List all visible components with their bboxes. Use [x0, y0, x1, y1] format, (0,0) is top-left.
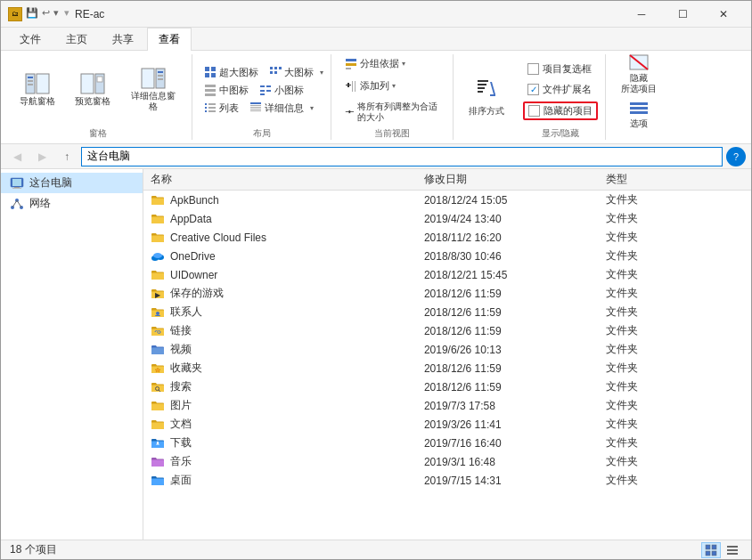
file-name: 收藏夹 — [170, 361, 202, 376]
hide-selected-button[interactable]: 隐藏所选项目 — [613, 54, 665, 93]
options-button[interactable]: 选项 — [620, 97, 658, 133]
window-icon: 🗂 — [8, 7, 22, 21]
table-row[interactable]: ApkBunch 2018/12/24 15:05 文件夹 — [143, 191, 751, 210]
extra-large-icons-button[interactable]: 超大图标 — [200, 64, 263, 81]
table-row[interactable]: 视频 2019/6/26 10:13 文件夹 — [143, 340, 751, 359]
file-date: 2019/4/24 13:40 — [417, 209, 600, 228]
svg-rect-62 — [630, 111, 648, 114]
svg-rect-46 — [352, 81, 353, 92]
svg-rect-14 — [211, 67, 216, 71]
grid-view-button[interactable] — [701, 542, 721, 558]
address-input[interactable] — [81, 147, 723, 166]
details-pane-label: 详细信息窗格 — [130, 91, 176, 112]
svg-line-70 — [12, 200, 17, 207]
list-view-status-button[interactable] — [723, 542, 742, 558]
add-column-button[interactable]: 添加列 ▾ — [339, 77, 402, 95]
layout-dropdown-arrow-1[interactable]: ▾ — [320, 69, 323, 77]
sort-label: 排序方式 — [469, 105, 504, 118]
help-button[interactable]: ? — [726, 147, 746, 166]
table-row[interactable]: 文档 2019/3/26 11:41 文件夹 — [143, 415, 751, 434]
forward-button[interactable]: ▶ — [31, 147, 53, 166]
file-name-cell: AppData — [143, 209, 417, 228]
tab-share[interactable]: 共享 — [101, 28, 145, 51]
file-date: 2018/12/6 11:59 — [417, 321, 600, 340]
file-icon — [151, 361, 165, 376]
table-row[interactable]: 收藏夹 2018/12/6 11:59 文件夹 — [143, 359, 751, 377]
svg-rect-34 — [205, 110, 207, 112]
hidden-items-toggle[interactable]: 隐藏的项目 — [523, 101, 598, 120]
item-checkbox-toggle[interactable]: 项目复选框 — [523, 61, 596, 77]
sort-button[interactable]: 排序方式 — [461, 72, 512, 122]
tab-home[interactable]: 主页 — [54, 28, 99, 51]
minimize-button[interactable]: ─ — [621, 1, 662, 28]
table-row[interactable]: 音乐 2019/3/1 16:48 文件夹 — [143, 452, 751, 471]
medium-icons-button[interactable]: 中图标 — [200, 82, 253, 99]
svg-rect-26 — [266, 85, 271, 87]
file-date: 2018/12/24 15:05 — [417, 191, 600, 210]
ribbon-group-sort: 排序方式 — [457, 54, 516, 140]
nav-pane-icon — [25, 73, 50, 94]
table-row[interactable]: UIDowner 2018/12/21 15:45 文件夹 — [143, 265, 751, 284]
fit-columns-button[interactable]: 将所有列调整为合适的大小 — [339, 99, 445, 126]
sidebar-item-network[interactable]: 网络 — [1, 193, 143, 214]
quick-access-more: ▾ — [53, 7, 59, 21]
file-name-cell: 桌面 — [143, 471, 417, 490]
ribbon-group-hide-options: 隐藏所选项目 选项 — [609, 54, 672, 140]
table-row[interactable]: 联系人 2018/12/6 11:59 文件夹 — [143, 303, 751, 321]
tab-view[interactable]: 查看 — [147, 28, 192, 51]
nav-pane-button[interactable]: 导航窗格 — [12, 67, 63, 113]
layout-group-label: 布局 — [200, 127, 323, 140]
fit-columns-label: 将所有列调整为合适的大小 — [357, 101, 439, 123]
svg-rect-15 — [205, 73, 209, 77]
details-pane-button[interactable]: 详细信息窗格 — [122, 67, 184, 113]
file-ext-checkbox[interactable] — [527, 84, 539, 95]
preview-pane-icon — [80, 73, 105, 94]
item-checkbox[interactable] — [527, 63, 539, 75]
up-button[interactable]: ↑ — [56, 147, 78, 166]
file-type: 文件夹 — [599, 247, 751, 265]
add-column-arrow: ▾ — [392, 82, 396, 90]
file-type: 文件夹 — [599, 303, 751, 321]
svg-text:▶: ▶ — [155, 291, 161, 299]
sidebar: 这台电脑 网络 — [1, 169, 143, 540]
table-row[interactable]: 下载 2019/7/16 16:40 文件夹 — [143, 434, 751, 452]
close-button[interactable]: ✕ — [703, 1, 744, 28]
col-date[interactable]: 修改日期 — [417, 169, 600, 191]
title-bar-controls: ─ ☐ ✕ — [621, 1, 744, 28]
hidden-items-checkbox[interactable] — [528, 105, 540, 117]
file-name-cell: 图片 — [143, 396, 417, 415]
table-row[interactable]: 搜索 2018/12/6 11:59 文件夹 — [143, 377, 751, 396]
sidebar-item-this-pc[interactable]: 这台电脑 — [1, 173, 143, 193]
layout-dropdown-arrow-2[interactable]: ▾ — [310, 104, 314, 112]
table-row[interactable]: 图片 2019/7/3 17:58 文件夹 — [143, 396, 751, 415]
table-row[interactable]: Creative Cloud Files 2018/11/2 16:20 文件夹 — [143, 228, 751, 247]
svg-rect-13 — [205, 67, 209, 71]
svg-rect-77 — [155, 315, 160, 316]
layout-section: 超大图标 大图标 ▾ 中图标 — [200, 64, 323, 117]
tab-file[interactable]: 文件 — [8, 28, 53, 51]
svg-rect-54 — [478, 87, 485, 89]
col-type[interactable]: 类型 — [599, 169, 751, 191]
col-name[interactable]: 名称 — [143, 169, 417, 191]
item-count: 18 个项目 — [10, 542, 57, 557]
back-button[interactable]: ◀ — [6, 147, 28, 166]
file-date: 2019/3/26 11:41 — [417, 415, 600, 434]
table-row[interactable]: 链接 2018/12/6 11:59 文件夹 — [143, 321, 751, 340]
table-row[interactable]: AppData 2019/4/24 13:40 文件夹 — [143, 209, 751, 228]
details-view-button[interactable]: 详细信息 — [245, 100, 308, 117]
maximize-button[interactable]: ☐ — [662, 1, 703, 28]
table-header-row: 名称 修改日期 类型 — [143, 169, 751, 191]
small-icons-button[interactable]: 小图标 — [255, 82, 308, 99]
file-ext-toggle[interactable]: 文件扩展名 — [523, 81, 596, 98]
sort-content: 排序方式 — [461, 54, 512, 140]
svg-rect-28 — [266, 90, 271, 92]
preview-pane-button[interactable]: 预览窗格 — [67, 67, 119, 113]
table-row[interactable]: ▶ 保存的游戏 2018/12/6 11:59 文件夹 — [143, 284, 751, 303]
group-by-button[interactable]: 分组依据 ▾ — [339, 54, 412, 73]
list-view-button[interactable]: 列表 — [200, 100, 243, 117]
large-icons-button[interactable]: 大图标 — [265, 64, 318, 81]
table-row[interactable]: OneDrive 2018/8/30 10:46 文件夹 — [143, 247, 751, 265]
item-checkbox-label: 项目复选框 — [543, 62, 592, 76]
svg-rect-16 — [211, 73, 216, 77]
table-row[interactable]: 桌面 2019/7/15 14:31 文件夹 — [143, 471, 751, 490]
